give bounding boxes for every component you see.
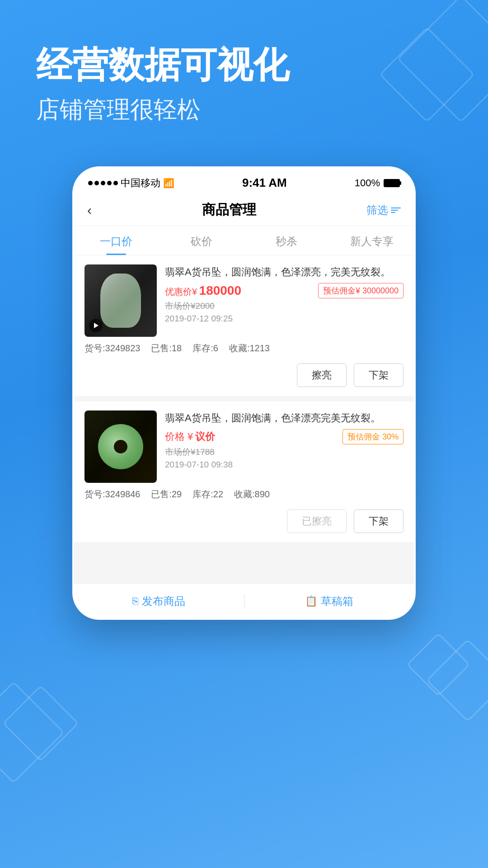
product-date-1: 2019-07-12 09:25: [165, 314, 404, 324]
wifi-icon: 📶: [163, 178, 174, 189]
stock-2: 库存:22: [192, 488, 223, 500]
play-triangle: [94, 323, 99, 328]
product-image-1: [84, 264, 157, 337]
empty-area: [74, 547, 414, 584]
status-right: 100%: [355, 177, 400, 189]
bottom-bar: ⎘ 发布商品 📋 草稿箱: [74, 584, 414, 618]
product-meta-1: 货号:3249823 已售:18 库存:6 收藏:1213: [84, 337, 404, 360]
price-label-1: 优惠价¥: [165, 287, 197, 297]
delist-button-2[interactable]: 下架: [354, 509, 404, 533]
polish-button-1[interactable]: 擦亮: [297, 363, 347, 387]
sku-2: 货号:3249846: [84, 488, 140, 500]
price-label-2: 价格 ¥: [165, 431, 193, 442]
favorites-1: 收藏:1213: [229, 342, 270, 354]
product-list: 翡翠A货吊坠，圆润饱满，色泽漂亮，完美无纹裂。 优惠价¥ 180000 预估佣金…: [74, 255, 414, 584]
draft-icon: 📋: [305, 595, 317, 607]
nav-title: 商品管理: [202, 201, 256, 219]
product-image-2: [84, 410, 157, 483]
product-info-2: 翡翠A货吊坠，圆润饱满，色泽漂亮完美无纹裂。 价格 ¥ 议价 预估佣金 30% …: [165, 410, 404, 483]
tab-xinren[interactable]: 新人专享: [329, 226, 415, 255]
nav-bar: ‹ 商品管理 筛选: [74, 194, 414, 226]
product-main-2: 翡翠A货吊坠，圆润饱满，色泽漂亮完美无纹裂。 价格 ¥ 议价 预估佣金 30% …: [84, 410, 404, 483]
signal-dot-4: [107, 181, 112, 185]
status-bar: 中国移动 📶 9:41 AM 100%: [74, 168, 414, 194]
product-meta-2: 货号:3249846 已售:29 库存:22 收藏:890: [84, 483, 404, 506]
jade-donut-hole: [114, 440, 127, 453]
filter-button[interactable]: 筛选: [366, 203, 401, 217]
negotiate-label: 议价: [195, 431, 215, 442]
sub-title: 店铺管理很轻松: [36, 94, 452, 126]
filter-line-3: [391, 212, 395, 213]
tab-kanjia[interactable]: 砍价: [159, 226, 244, 255]
polish-button-2[interactable]: 已擦亮: [287, 509, 347, 533]
phone-wrapper: 中国移动 📶 9:41 AM 100% ‹ 商品管理 筛选: [0, 166, 488, 620]
signal-dot-3: [101, 181, 105, 185]
publish-icon: ⎘: [132, 595, 138, 607]
publish-label: 发布商品: [142, 594, 185, 609]
delist-button-1[interactable]: 下架: [354, 363, 404, 387]
product-info-1: 翡翠A货吊坠，圆润饱满，色泽漂亮，完美无纹裂。 优惠价¥ 180000 预估佣金…: [165, 264, 404, 337]
filter-line-1: [391, 208, 401, 208]
tabs: 一口价 砍价 秒杀 新人专享: [74, 226, 414, 255]
product-title-2: 翡翠A货吊坠，圆润饱满，色泽漂亮完美无纹裂。: [165, 410, 404, 425]
sku-1: 货号:3249823: [84, 342, 140, 354]
product-card-2: 翡翠A货吊坠，圆润饱满，色泽漂亮完美无纹裂。 价格 ¥ 议价 预估佣金 30% …: [74, 401, 414, 542]
filter-icon: [391, 206, 401, 214]
signal-dot-1: [88, 181, 93, 185]
commission-badge-1: 预估佣金¥ 30000000: [318, 283, 404, 298]
jade-pendant: [100, 274, 141, 328]
signal-dot-2: [94, 181, 99, 185]
action-row-2: 已擦亮 下架: [84, 506, 404, 533]
filter-line-2: [391, 210, 398, 211]
tab-yikoujia[interactable]: 一口价: [74, 226, 159, 255]
product-card-1: 翡翠A货吊坠，圆润饱满，色泽漂亮，完美无纹裂。 优惠价¥ 180000 预估佣金…: [74, 255, 414, 396]
filter-label: 筛选: [366, 203, 388, 217]
battery-percent: 100%: [355, 177, 380, 189]
market-price-2: 市场价¥1788: [165, 446, 404, 458]
favorites-2: 收藏:890: [234, 488, 270, 500]
status-left: 中国移动 📶: [88, 176, 174, 190]
play-button-1[interactable]: [89, 319, 103, 332]
status-time: 9:41 AM: [242, 176, 287, 190]
jade-donut: [98, 424, 143, 469]
stock-1: 库存:6: [192, 342, 218, 354]
commission-badge-2: 预估佣金 30%: [343, 429, 404, 444]
price-row-2: 价格 ¥ 议价 预估佣金 30%: [165, 429, 404, 444]
phone-mockup: 中国移动 📶 9:41 AM 100% ‹ 商品管理 筛选: [72, 166, 416, 620]
price-value-1: 180000: [199, 283, 241, 297]
sold-2: 已售:29: [151, 488, 182, 500]
action-row-1: 擦亮 下架: [84, 360, 404, 387]
product-title-1: 翡翠A货吊坠，圆润饱满，色泽漂亮，完美无纹裂。: [165, 264, 404, 279]
signal-dot-5: [113, 181, 118, 185]
product-main-1: 翡翠A货吊坠，圆润饱满，色泽漂亮，完美无纹裂。 优惠价¥ 180000 预估佣金…: [84, 264, 404, 337]
carrier-label: 中国移动: [121, 176, 160, 190]
sold-1: 已售:18: [151, 342, 182, 354]
draft-button[interactable]: 📋 草稿箱: [244, 584, 415, 618]
draft-label: 草稿箱: [321, 594, 353, 609]
battery-fill: [385, 180, 399, 186]
tab-miaosha[interactable]: 秒杀: [244, 226, 329, 255]
market-price-1: 市场价¥2000: [165, 300, 404, 312]
publish-button[interactable]: ⎘ 发布商品: [74, 584, 244, 618]
price-row-1: 优惠价¥ 180000 预估佣金¥ 30000000: [165, 283, 404, 298]
product-date-2: 2019-07-10 09:38: [165, 460, 404, 470]
signal-dots: [88, 181, 118, 185]
back-button[interactable]: ‹: [87, 203, 92, 218]
battery-icon: [384, 179, 400, 187]
